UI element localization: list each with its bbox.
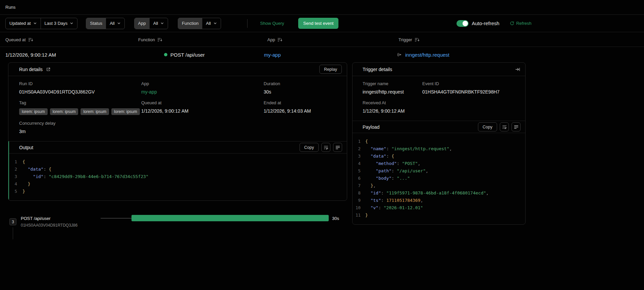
filterbar-separator: [247, 19, 248, 28]
code-content: "ts": 1711051784369,: [365, 198, 423, 203]
code-line: 3 "id": "c8429dd9-29b8-44e6-b714-767d34c…: [9, 173, 347, 180]
field-label: Ended at: [264, 100, 336, 105]
align-left-icon: [514, 125, 519, 129]
run-function: POST /api/user: [164, 47, 205, 62]
tag-chip: lorem: ipsum: [111, 108, 140, 115]
app-filter-group: App All: [134, 18, 168, 29]
field-label: Duration: [264, 81, 336, 86]
refresh-label: Refresh: [516, 21, 532, 26]
updated-at-dropdown[interactable]: Updated at: [6, 18, 41, 29]
trace-run-id: 01HS0AA03V04D91RTDQ3J86: [21, 222, 77, 229]
collapse-panel-icon[interactable]: [515, 67, 520, 72]
trace-connector-line: [13, 227, 13, 239]
trigger-name-value: inngest/http.request: [363, 89, 422, 95]
line-number: 3: [353, 154, 365, 159]
function-name: POST /api/user: [170, 52, 205, 58]
payload-header: Payload Copy: [353, 121, 525, 133]
send-test-event-button[interactable]: Send test event: [298, 18, 338, 29]
column-header-app[interactable]: App: [267, 32, 282, 47]
event-id-value: 01HSHA4GT0FN0NRBKTF92E98H7: [422, 89, 515, 95]
runs-page: { "colors": { "accent": "#2c9b63", "link…: [0, 0, 644, 290]
run-table-row[interactable]: 1/12/2026, 9:00:12 AM POST /api/user my-…: [0, 47, 644, 62]
column-header-queued-at[interactable]: Queued at: [5, 32, 33, 47]
field-tag: Tag lorem: ipsum lorem: ipsum lorem: ips…: [19, 100, 141, 115]
line-number: 8: [353, 190, 365, 195]
show-query-button[interactable]: Show Query: [260, 21, 284, 26]
column-header-function[interactable]: Function: [138, 32, 162, 47]
topbar: Runs: [0, 0, 644, 15]
sort-icon: [157, 38, 162, 42]
field-label: Trigger name: [363, 81, 422, 86]
webhook-icon: [397, 52, 402, 57]
runs-table-header: Queued at Function App Trigger: [0, 32, 644, 47]
line-number: 6: [353, 176, 365, 181]
code-content: "method": "POST",: [365, 161, 420, 166]
line-number: 11: [353, 213, 365, 218]
function-filter-dropdown[interactable]: All: [202, 18, 220, 29]
line-number: 1: [9, 159, 22, 164]
field-duration: Duration 30s: [264, 81, 336, 95]
code-content: "data": {: [365, 154, 394, 159]
word-wrap-button[interactable]: [321, 143, 330, 152]
trigger-link[interactable]: inngest/http.request: [405, 52, 449, 58]
payload-section: Payload Copy 1{2 "name": "inngest/http.r…: [353, 121, 525, 224]
line-number: 4: [9, 181, 22, 186]
app-value[interactable]: my-app: [141, 89, 264, 95]
replay-button[interactable]: Replay: [319, 65, 342, 74]
format-button[interactable]: [512, 122, 521, 131]
code-content: "id": "c8429dd9-29b8-44e6-b714-767d34c55…: [22, 174, 149, 179]
chevron-down-icon: [33, 21, 37, 25]
trace-span-bar[interactable]: [131, 215, 329, 221]
format-button[interactable]: [333, 143, 342, 152]
run-details-title: Run details: [19, 67, 43, 72]
code-line: 9 "ts": 1711051784369,: [353, 196, 525, 204]
filter-bar: Updated at Last 3 Days Status All App Al…: [0, 15, 644, 32]
concurrency-delay-value: 3m: [19, 129, 141, 134]
chevron-down-icon: [160, 21, 164, 25]
tag-chip: lorem: ipsum: [19, 108, 48, 115]
field-label: Received At: [363, 100, 515, 105]
app-filter-dropdown[interactable]: All: [150, 18, 168, 29]
field-trigger-name: Trigger name inngest/http.request: [363, 81, 422, 95]
code-line: 8 "id": "119f5971-9878-46bd-a18f-4f06801…: [353, 189, 525, 196]
trigger-details-header: Trigger details: [353, 63, 525, 76]
external-link-icon[interactable]: [46, 67, 51, 72]
code-content: "id": "119f5971-9878-46bd-a18f-4f0680174…: [365, 190, 489, 195]
code-content: {: [22, 159, 25, 164]
field-event-id: Event ID 01HSHA4GT0FN0NRBKTF92E98H7: [422, 81, 515, 95]
column-label: Function: [138, 37, 155, 42]
word-wrap-icon: [324, 146, 328, 150]
field-label: Concurrency delay: [19, 121, 141, 126]
word-wrap-button[interactable]: [500, 122, 509, 131]
payload-code: 1{2 "name": "inngest/http.request",3 "da…: [353, 133, 525, 224]
app-filter-value: All: [153, 21, 158, 26]
auto-refresh-label: Auto-refresh: [472, 20, 499, 26]
status-filter-label: Status: [86, 18, 106, 29]
align-left-icon: [335, 146, 340, 150]
sort-time-filter-group: Updated at Last 3 Days: [5, 18, 77, 29]
code-content: }: [22, 189, 25, 194]
app-link[interactable]: my-app: [264, 52, 281, 58]
column-header-trigger[interactable]: Trigger: [398, 32, 420, 47]
output-code: 1{2 "data": {3 "id": "c8429dd9-29b8-44e6…: [9, 154, 347, 200]
refresh-button[interactable]: Refresh: [510, 21, 532, 26]
trace-label: POST /api/user 01HS0AA03V04D91RTDQ3J86: [21, 215, 77, 229]
status-filter-group: Status All: [86, 18, 124, 29]
code-line: 1{: [353, 137, 525, 145]
code-content: {: [365, 139, 368, 144]
step-count-badge[interactable]: 3: [9, 218, 16, 225]
copy-output-button[interactable]: Copy: [300, 143, 319, 152]
ended-at-value: 1/12/2026, 9:14:03 AM: [264, 108, 336, 114]
time-range-dropdown[interactable]: Last 3 Days: [41, 18, 77, 29]
app-filter-label: App: [135, 18, 150, 29]
line-number: 10: [353, 205, 365, 210]
code-line: 3 "data": {: [353, 152, 525, 160]
status-filter-dropdown[interactable]: All: [106, 18, 124, 29]
run-id-value: 01HS0AA03V04D91RTDQ3J862GV: [19, 89, 141, 95]
auto-refresh-toggle[interactable]: [457, 20, 469, 27]
field-label: Tag: [19, 100, 141, 105]
tag-list: lorem: ipsum lorem: ipsum lorem: ipsum l…: [19, 108, 141, 115]
payload-title: Payload: [363, 124, 380, 130]
field-ended-at: Ended at 1/12/2026, 9:14:03 AM: [264, 100, 336, 115]
copy-payload-button[interactable]: Copy: [478, 122, 497, 131]
